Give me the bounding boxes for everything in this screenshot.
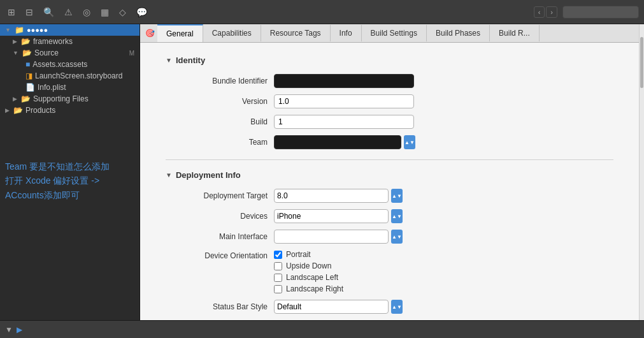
infoplist-label: Info.plist xyxy=(38,83,66,92)
supporting-label: Supporting Files xyxy=(33,94,89,103)
scrollbar-thumb xyxy=(640,37,643,88)
toolbar-icon-search[interactable]: 🔍 xyxy=(41,6,57,18)
portrait-row: Portrait xyxy=(274,250,343,259)
bottom-icon-run[interactable]: ▶ xyxy=(17,325,22,334)
root-label: ●●●●● xyxy=(27,26,48,34)
sidebar-item-products[interactable]: ▶ 📂 Products xyxy=(0,105,140,116)
upside-down-row: Upside Down xyxy=(274,261,343,270)
source-folder-icon: 📂 xyxy=(22,48,32,57)
sidebar-item-frameworks[interactable]: ▶ 📂 frameworks xyxy=(0,36,140,47)
upside-down-label: Upside Down xyxy=(286,261,331,270)
devices-row: Devices iPhone iPad Universal ▲▼ xyxy=(166,209,613,223)
landscape-right-checkbox[interactable] xyxy=(274,285,282,293)
main-interface-select[interactable] xyxy=(274,230,389,244)
identity-title: Identity xyxy=(176,55,205,65)
tab-bar-target-icon: 🎯 xyxy=(143,25,157,41)
main-interface-label: Main Interface xyxy=(166,232,268,241)
landscape-left-label: Landscape Left xyxy=(286,273,338,282)
bottom-icon-collapse[interactable]: ▼ xyxy=(5,325,13,334)
identity-collapse-arrow[interactable]: ▼ xyxy=(166,57,172,64)
annotation-text: Team 要是不知道怎么添加 打开 Xcode 偏好设置 -> ACcounts… xyxy=(5,159,134,202)
landscape-right-label: Landscape Right xyxy=(286,284,343,293)
main-interface-arrows-icon[interactable]: ▲▼ xyxy=(391,230,403,244)
toolbar-icon-diamond[interactable]: ◇ xyxy=(117,6,129,18)
identity-section-header: ▼ Identity xyxy=(166,55,613,65)
toolbar-icon-grid[interactable]: ⊞ xyxy=(5,6,18,18)
annotation-line1: Team 要是不知道怎么添加 xyxy=(5,159,134,173)
team-select-arrows-icon[interactable]: ▲▼ xyxy=(404,135,415,149)
team-select-wrap: ▲▼ xyxy=(274,135,415,149)
deployment-section-header: ▼ Deployment Info xyxy=(166,170,613,180)
team-row: Team ▲▼ xyxy=(166,135,613,149)
upside-down-checkbox[interactable] xyxy=(274,262,282,270)
toolbar-icon-warning[interactable]: ⚠ xyxy=(62,6,75,18)
frameworks-label: frameworks xyxy=(33,37,73,46)
deployment-target-arrows-icon[interactable]: ▲▼ xyxy=(391,189,403,203)
sidebar-item-source[interactable]: ▼ 📂 Source M xyxy=(0,47,140,59)
landscape-left-row: Landscape Left xyxy=(274,273,343,282)
assets-icon: ■ xyxy=(25,60,30,69)
toolbar-search-input[interactable] xyxy=(562,6,639,18)
nav-buttons: ‹ › xyxy=(534,6,557,18)
nav-forward-button[interactable]: › xyxy=(546,6,557,18)
sidebar-item-supporting[interactable]: ▶ 📂 Supporting Files xyxy=(0,93,140,105)
team-select[interactable] xyxy=(274,135,401,149)
source-group: ■ Assets.xcassets ◨ LaunchScreen.storybo… xyxy=(0,59,140,93)
tab-build-phases[interactable]: Build Phases xyxy=(427,25,490,41)
content-panel: ▼ Identity Bundle Identifier Version Bui… xyxy=(140,43,639,320)
launchscreen-label: LaunchScreen.storyboard xyxy=(35,71,122,80)
launchscreen-icon: ◨ xyxy=(25,71,32,80)
sidebar-item-launchscreen[interactable]: ◨ LaunchScreen.storyboard xyxy=(10,70,140,82)
status-bar-select[interactable]: Default Light xyxy=(274,300,389,314)
status-bar-row: Status Bar Style Default Light ▲▼ xyxy=(166,300,613,314)
version-row: Version xyxy=(166,94,613,108)
landscape-left-checkbox[interactable] xyxy=(274,274,282,282)
assets-label: Assets.xcassets xyxy=(32,60,87,69)
tab-capabilities[interactable]: Capabilities xyxy=(203,25,261,41)
portrait-label: Portrait xyxy=(286,250,311,259)
status-bar-wrap: Default Light ▲▼ xyxy=(274,300,403,314)
editor-area: 🎯 General Capabilities Resource Tags Inf… xyxy=(140,24,639,320)
source-label: Source xyxy=(34,48,59,57)
deployment-target-label: Deployment Target xyxy=(166,191,268,200)
sidebar-item-assets[interactable]: ■ Assets.xcassets xyxy=(10,59,140,70)
tab-resource-tags[interactable]: Resource Tags xyxy=(261,25,331,41)
sidebar-root-item[interactable]: ▼ 📁 ●●●●● xyxy=(0,24,140,36)
build-input[interactable] xyxy=(274,115,414,129)
deployment-target-row: Deployment Target 8.0 ▲▼ xyxy=(166,189,613,203)
devices-select[interactable]: iPhone iPad Universal xyxy=(274,209,389,223)
tab-build-rules[interactable]: Build R... xyxy=(490,25,540,41)
devices-wrap: iPhone iPad Universal ▲▼ xyxy=(274,209,403,223)
sidebar-item-infoplist[interactable]: 📄 Info.plist xyxy=(10,82,140,93)
deployment-target-wrap: 8.0 ▲▼ xyxy=(274,189,403,203)
landscape-right-row: Landscape Right xyxy=(274,284,343,293)
tab-info[interactable]: Info xyxy=(331,25,362,41)
right-scrollbar[interactable] xyxy=(639,24,644,320)
frameworks-folder-icon: 📂 xyxy=(21,37,31,46)
bundle-identifier-input[interactable] xyxy=(274,74,414,88)
deployment-title: Deployment Info xyxy=(176,170,241,180)
devices-arrows-icon[interactable]: ▲▼ xyxy=(391,209,403,223)
bottom-bar: ▼ ▶ xyxy=(0,320,644,338)
toolbar-icon-circle[interactable]: ◎ xyxy=(80,6,93,18)
toolbar-icon-chat[interactable]: 💬 xyxy=(134,6,150,18)
main-interface-row: Main Interface ▲▼ xyxy=(166,230,613,244)
device-orientation-label: Device Orientation xyxy=(166,251,268,260)
version-input[interactable] xyxy=(274,94,414,108)
status-bar-arrows-icon[interactable]: ▲▼ xyxy=(391,300,403,314)
deployment-target-select[interactable]: 8.0 xyxy=(274,189,389,203)
nav-back-button[interactable]: ‹ xyxy=(534,6,545,18)
build-label: Build xyxy=(166,117,268,126)
toolbar: ⊞ ⊟ 🔍 ⚠ ◎ ▦ ◇ 💬 ‹ › xyxy=(0,0,644,24)
toolbar-icon-list[interactable]: ⊟ xyxy=(23,6,36,18)
products-arrow-icon: ▶ xyxy=(5,107,10,114)
status-bar-label: Status Bar Style xyxy=(166,302,268,311)
tab-build-settings[interactable]: Build Settings xyxy=(362,25,427,41)
toolbar-icon-grid2[interactable]: ▦ xyxy=(98,6,111,18)
main-area: ▼ 📁 ●●●●● ▶ 📂 frameworks ▼ 📂 Source M ■ … xyxy=(0,24,644,320)
portrait-checkbox[interactable] xyxy=(274,251,282,259)
tab-general[interactable]: General xyxy=(157,24,203,42)
team-label: Team xyxy=(166,138,268,147)
deployment-collapse-arrow[interactable]: ▼ xyxy=(166,172,172,179)
device-orientation-row: Device Orientation Portrait Upside Down … xyxy=(166,250,613,293)
